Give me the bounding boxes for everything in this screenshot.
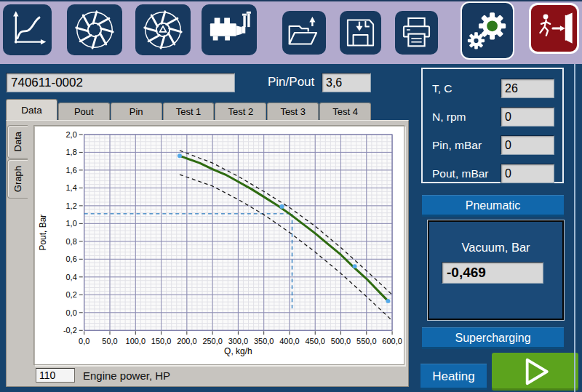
tab-strip: Data Pout Pin Test 1 Test 2 Test 3 Test … bbox=[6, 99, 372, 120]
svg-text:450,0: 450,0 bbox=[306, 337, 325, 345]
sensor-row-temperature: T, C bbox=[423, 74, 562, 103]
svg-text:0,4: 0,4 bbox=[66, 273, 77, 281]
print-icon bbox=[398, 14, 435, 52]
tab-test-3[interactable]: Test 3 bbox=[267, 103, 319, 120]
speed-label: N, rpm bbox=[432, 111, 466, 124]
svg-text:0,2: 0,2 bbox=[66, 290, 77, 299]
tab-pout[interactable]: Pout bbox=[58, 103, 110, 120]
print-button[interactable] bbox=[395, 11, 438, 55]
open-file-button[interactable] bbox=[282, 11, 326, 55]
vacuum-title: Vacuum, Bar bbox=[429, 241, 562, 255]
svg-text:600,0: 600,0 bbox=[382, 337, 402, 345]
sensor-panel: T, C N, rpm Pin, mBar Pout, mBar bbox=[421, 68, 564, 183]
serial-number-input[interactable] bbox=[6, 73, 235, 92]
fan-delta-icon bbox=[138, 7, 188, 52]
folder-open-icon bbox=[285, 14, 323, 52]
svg-text:0,0: 0,0 bbox=[66, 308, 77, 317]
pneumatic-button[interactable]: Pneumatic bbox=[422, 195, 564, 217]
sensor-row-pout: Pout, mBar bbox=[423, 159, 562, 188]
pin-pout-label: Pin/Pout bbox=[268, 75, 314, 89]
svg-text:1,0: 1,0 bbox=[66, 219, 77, 228]
side-tab-data[interactable]: Data bbox=[7, 125, 28, 159]
svg-text:0,6: 0,6 bbox=[66, 255, 77, 263]
pout-label: Pout, mBar bbox=[432, 167, 489, 180]
toolbar bbox=[0, 0, 582, 64]
svg-text:350,0: 350,0 bbox=[254, 337, 274, 345]
svg-text:550,0: 550,0 bbox=[356, 337, 376, 345]
save-button[interactable] bbox=[340, 11, 381, 55]
settings-button[interactable] bbox=[461, 1, 514, 60]
svg-text:0,0: 0,0 bbox=[79, 337, 89, 345]
fan-icon bbox=[70, 7, 119, 52]
supercharging-button[interactable]: Supercharging bbox=[422, 327, 564, 349]
svg-text:Q, kg/h: Q, kg/h bbox=[224, 346, 252, 356]
svg-text:0,8: 0,8 bbox=[66, 237, 77, 246]
compressor-wheel-button[interactable] bbox=[135, 4, 191, 55]
compressor-icon bbox=[204, 7, 254, 52]
svg-text:200,0: 200,0 bbox=[177, 337, 196, 345]
pressure-chart-plot: 0,050,0100,0150,0200,0250,0300,0350,0400… bbox=[34, 126, 404, 364]
svg-text:1,4: 1,4 bbox=[66, 183, 77, 192]
side-tab-data-label: Data bbox=[12, 132, 23, 151]
start-button[interactable] bbox=[492, 353, 578, 391]
pressure-chart[interactable]: 0,050,0100,0150,0200,0250,0300,0350,0400… bbox=[33, 125, 404, 365]
play-icon bbox=[492, 353, 578, 391]
app-window: Pin/Pout Data Pout Pin Test 1 Test 2 Tes… bbox=[0, 0, 582, 392]
pin-label: Pin, mBar bbox=[432, 139, 482, 152]
vacuum-value[interactable] bbox=[442, 262, 543, 284]
characteristic-curve-button[interactable] bbox=[3, 4, 52, 55]
svg-text:300,0: 300,0 bbox=[228, 337, 248, 345]
svg-text:50,0: 50,0 bbox=[102, 337, 117, 345]
save-icon bbox=[343, 14, 378, 52]
tab-test-4[interactable]: Test 4 bbox=[319, 103, 371, 120]
tab-test-2[interactable]: Test 2 bbox=[215, 103, 266, 120]
svg-text:1,2: 1,2 bbox=[66, 201, 77, 210]
temperature-value[interactable] bbox=[501, 79, 554, 98]
engine-power-input[interactable] bbox=[36, 368, 75, 383]
svg-text:2,0: 2,0 bbox=[66, 130, 77, 139]
turbine-button[interactable] bbox=[67, 4, 122, 55]
svg-text:1,8: 1,8 bbox=[66, 148, 77, 156]
svg-text:Pout, Bar: Pout, Bar bbox=[38, 215, 48, 251]
pin-pout-input[interactable] bbox=[322, 73, 371, 92]
exit-button[interactable] bbox=[529, 3, 579, 54]
tab-pin[interactable]: Pin bbox=[111, 103, 162, 120]
svg-text:400,0: 400,0 bbox=[279, 337, 299, 345]
engine-power-label: Engine power, HP bbox=[83, 369, 170, 382]
sensor-row-speed: N, rpm bbox=[423, 103, 562, 131]
svg-text:250,0: 250,0 bbox=[202, 337, 222, 345]
svg-text:-0,2: -0,2 bbox=[63, 326, 77, 335]
exit-icon bbox=[534, 8, 574, 49]
gears-icon bbox=[465, 6, 510, 55]
right-edge-highlight bbox=[574, 64, 575, 392]
engine-button[interactable] bbox=[202, 4, 257, 55]
pin-value[interactable] bbox=[501, 135, 554, 155]
chart-icon bbox=[6, 7, 49, 52]
heating-button[interactable]: Heating bbox=[420, 364, 487, 390]
vacuum-panel: Vacuum, Bar bbox=[428, 220, 564, 320]
svg-text:500,0: 500,0 bbox=[331, 337, 351, 345]
speed-value[interactable] bbox=[501, 107, 554, 127]
svg-text:100,0: 100,0 bbox=[126, 337, 146, 345]
sensor-row-pin: Pin, mBar bbox=[423, 131, 562, 159]
svg-text:150,0: 150,0 bbox=[151, 337, 171, 345]
side-tab-graph-label: Graph bbox=[12, 166, 23, 192]
temperature-label: T, C bbox=[432, 82, 453, 95]
tab-data[interactable]: Data bbox=[6, 99, 57, 120]
side-tab-graph[interactable]: Graph bbox=[7, 159, 28, 199]
pout-value[interactable] bbox=[501, 164, 554, 183]
svg-text:1,6: 1,6 bbox=[66, 166, 77, 175]
tab-test-1[interactable]: Test 1 bbox=[163, 103, 215, 120]
